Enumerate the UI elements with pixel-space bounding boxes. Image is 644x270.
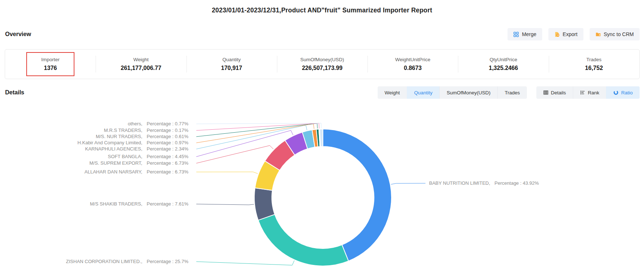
pie-label: ALLAHAR DAN NARSARY,Percentage : 6.73%	[0, 168, 197, 176]
pie-label-line	[196, 261, 294, 265]
pie-label: M.R.S TRADERS,Percentage : 0.17%	[0, 127, 197, 134]
tab-weight[interactable]: Weight	[378, 86, 407, 99]
pie-label-name: M/S SHAKIB TRADERS,	[0, 200, 142, 208]
pie-slice[interactable]	[254, 188, 275, 220]
stat-sum-of-money: SumOfMoney(USD) 226,507,173.99	[277, 50, 367, 79]
stat-trades: Trades 16,752	[549, 50, 639, 79]
pie-label-name: KARNAPHULI AGENCIES,	[0, 145, 142, 153]
view-tab-ratio[interactable]: Ratio	[606, 86, 640, 99]
pie-label-name: M.R.S TRADERS,	[0, 127, 142, 134]
pie-slice[interactable]	[316, 129, 320, 146]
tab-trades[interactable]: Trades	[497, 86, 527, 99]
stat-value: 1,325.2466	[489, 65, 518, 71]
overview-heading: Overview	[5, 31, 31, 38]
pie-label-name: others,	[0, 120, 142, 128]
metric-tabs: Weight Quantity SumOfMoney(USD) Trades	[378, 86, 527, 99]
pie-label-line	[196, 204, 254, 205]
pie-slice[interactable]	[319, 129, 320, 146]
view-tab-details[interactable]: Details	[536, 86, 573, 99]
pie-label-name: H.Kabir And Company Limited,	[0, 139, 142, 146]
table-icon	[543, 90, 548, 95]
pie-label-percentage: Percentage : 0.17%	[147, 128, 188, 133]
pie-label-percentage: Percentage : 0.61%	[147, 134, 188, 139]
view-tabs: Details Rank Ratio	[536, 86, 640, 99]
stat-quantity: Quantity 170,917	[186, 50, 277, 79]
stat-value: 261,177,006.77	[121, 65, 161, 71]
pie-label-line	[391, 183, 425, 184]
pie-label-percentage: Percentage : 6.73%	[147, 160, 188, 166]
pie-label: others,Percentage : 0.77%	[0, 120, 197, 128]
summarized-importer-report-page: 2023/01/01-2023/12/31,Product AND"fruit"…	[0, 0, 644, 270]
stat-label: Weight	[134, 57, 149, 62]
stat-qty-unit-price: QtyUnitPrice 1,325.2466	[458, 50, 548, 79]
export-button-label: Export	[563, 31, 577, 37]
pie-label-name: M/S. SUPREM EXPORT,	[0, 160, 142, 167]
details-controls: Weight Quantity SumOfMoney(USD) Trades	[378, 86, 640, 99]
pie-slice[interactable]	[265, 140, 295, 170]
pie-label-line	[196, 130, 293, 157]
stat-label: Trades	[586, 57, 602, 62]
merge-button[interactable]: Merge	[508, 28, 542, 40]
stat-label: QtyUnitPrice	[490, 57, 517, 62]
stat-value: 170,917	[221, 65, 242, 71]
export-button[interactable]: Export	[548, 28, 583, 40]
view-tab-rank[interactable]: Rank	[573, 86, 606, 99]
pie-label: SOFT BANGLA,Percentage : 4.45%	[0, 153, 197, 160]
pie-label-percentage: Percentage : 25.7%	[147, 259, 188, 264]
pie-label-line	[196, 145, 273, 163]
merge-icon	[513, 32, 519, 37]
rank-icon	[580, 90, 585, 95]
pie-label-percentage: Percentage : 6.73%	[147, 169, 188, 175]
tab-sum-of-money-label: SumOfMoney(USD)	[447, 90, 490, 95]
pie-label-line	[196, 172, 258, 174]
pie-label: ZISHAN CORPORATION LIMITED.,Percentage :…	[0, 258, 197, 265]
view-tab-ratio-label: Ratio	[621, 90, 633, 95]
pie-label: M/S SHAKIB TRADERS,Percentage : 7.61%	[0, 200, 197, 208]
pie-label-percentage: Percentage : 0.97%	[147, 140, 188, 145]
pie-label-name: SOFT BANGLA,	[0, 153, 142, 160]
pie-label: M/S. SUPREM EXPORT,Percentage : 6.73%	[0, 160, 197, 167]
pie-slice[interactable]	[285, 132, 308, 155]
merge-button-label: Merge	[522, 31, 536, 37]
pie-slice[interactable]	[255, 161, 280, 191]
pie-slice[interactable]	[323, 129, 392, 261]
pie-slice[interactable]	[302, 130, 315, 149]
pie-slice[interactable]	[312, 129, 318, 147]
pie-label-line	[196, 124, 317, 137]
pie-slice[interactable]	[320, 129, 323, 146]
pie-slice[interactable]	[258, 214, 348, 266]
pie-label-line	[196, 123, 319, 130]
sync-folder-icon	[595, 32, 601, 37]
stat-value: 1376	[44, 65, 57, 71]
pie-label-line	[196, 124, 314, 143]
importer-highlight-box: Importer 1376	[26, 52, 74, 76]
pie-label-name: M/S. NUR TRADERS,	[0, 133, 142, 140]
stat-label: Importer	[41, 57, 59, 62]
overview-actions: Merge Export	[508, 28, 640, 40]
export-icon	[554, 32, 560, 37]
ratio-icon	[613, 90, 618, 95]
pie-label-percentage: Percentage : 43.92%	[494, 180, 539, 186]
overview-stats-card: Importer 1376 Weight 261,177,006.77 Quan…	[5, 49, 640, 79]
pie-label-percentage: Percentage : 2.34%	[147, 146, 188, 152]
pie-label: BABY NUTRITION LIMITED,Percentage : 43.9…	[429, 180, 539, 187]
stat-label: SumOfMoney(USD)	[300, 57, 344, 62]
tab-quantity-label: Quantity	[414, 90, 432, 95]
pie-label-percentage: Percentage : 4.45%	[147, 154, 188, 159]
tab-sum-of-money[interactable]: SumOfMoney(USD)	[439, 86, 497, 99]
tab-trades-label: Trades	[505, 90, 520, 95]
pie-label: M/S. NUR TRADERS,Percentage : 0.61%	[0, 133, 197, 140]
stat-weight-unit-price: WeightUnitPrice 0.8673	[367, 50, 458, 79]
pie-label: KARNAPHULI AGENCIES,Percentage : 2.34%	[0, 145, 197, 153]
pie-label-percentage: Percentage : 7.61%	[147, 201, 188, 207]
pie-label: H.Kabir And Company Limited,Percentage :…	[0, 139, 197, 146]
pie-label-line	[196, 125, 307, 149]
sync-to-crm-button[interactable]: Sync to CRM	[590, 28, 640, 40]
overview-header: Overview Merge	[5, 28, 640, 41]
stat-label: WeightUnitPrice	[395, 57, 431, 62]
tab-quantity[interactable]: Quantity	[407, 86, 439, 99]
view-tab-rank-label: Rank	[588, 90, 599, 95]
stat-importer: Importer 1376	[5, 50, 96, 79]
stat-value: 16,752	[585, 65, 603, 71]
stat-value: 0.8673	[404, 65, 422, 71]
